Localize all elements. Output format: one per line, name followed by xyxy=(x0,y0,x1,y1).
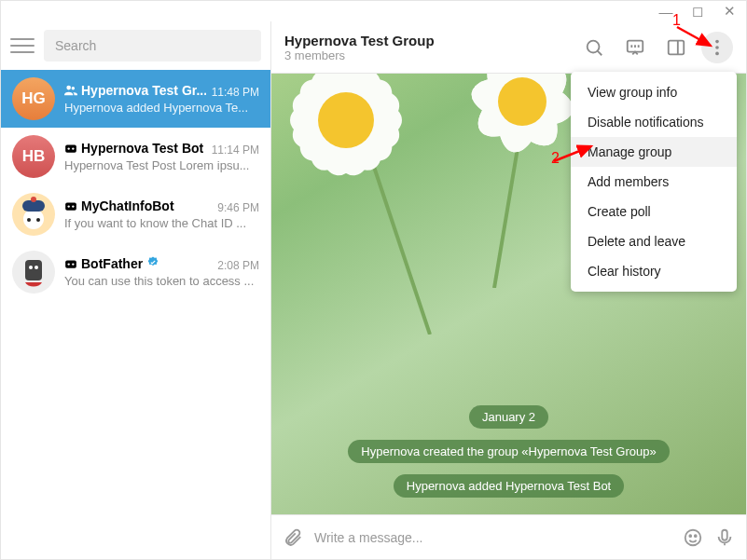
chat-time: 11:14 PM xyxy=(212,143,259,157)
search-in-chat-icon[interactable] xyxy=(578,32,610,63)
bot-icon xyxy=(64,200,77,212)
svg-point-10 xyxy=(68,205,70,207)
menu-disable-notifications[interactable]: Disable notifications xyxy=(571,107,737,137)
service-message: Hypernova added Hypernova Test Bot xyxy=(394,474,624,498)
verified-icon xyxy=(146,256,159,272)
svg-point-27 xyxy=(715,39,719,43)
svg-point-8 xyxy=(36,218,40,222)
service-message: Hypernova created the group «Hypernova T… xyxy=(348,440,669,463)
svg-line-20 xyxy=(598,50,602,55)
avatar xyxy=(12,251,55,294)
svg-rect-6 xyxy=(31,197,36,202)
chat-list: HG Hypernova Test Gr... 11:48 PM Hyper xyxy=(1,70,270,559)
svg-point-19 xyxy=(588,40,600,52)
chat-panel: Hypernova Test Group 3 members xyxy=(271,21,746,559)
svg-rect-16 xyxy=(65,261,76,268)
date-badge: January 2 xyxy=(469,405,548,429)
more-options-icon[interactable] xyxy=(701,32,733,63)
menu-add-members[interactable]: Add members xyxy=(571,167,737,197)
chat-item[interactable]: HG Hypernova Test Gr... 11:48 PM Hyper xyxy=(1,70,270,128)
bot-icon xyxy=(64,143,77,154)
svg-rect-25 xyxy=(669,40,685,54)
menu-view-group-info[interactable]: View group info xyxy=(571,77,737,107)
chat-preview: Hypernova Test Post Lorem ipsu... xyxy=(64,158,259,172)
window-titlebar: — ◻ ✕ xyxy=(1,1,746,21)
chat-header-title: Hypernova Test Group xyxy=(284,33,569,48)
svg-point-28 xyxy=(715,46,719,49)
svg-rect-9 xyxy=(65,203,76,211)
menu-icon[interactable] xyxy=(10,36,35,55)
svg-point-15 xyxy=(35,266,38,269)
svg-point-4 xyxy=(23,209,44,229)
chat-title: BotFather xyxy=(64,256,159,272)
chat-time: 2:08 PM xyxy=(217,259,259,272)
sidebar: HG Hypernova Test Gr... 11:48 PM Hyper xyxy=(1,21,271,559)
group-icon xyxy=(64,85,77,96)
svg-point-18 xyxy=(72,264,74,266)
bot-icon xyxy=(64,258,77,269)
svg-point-7 xyxy=(27,218,31,222)
chat-preview: Hypernova added Hypernova Te... xyxy=(64,101,259,115)
svg-point-1 xyxy=(68,147,70,149)
discussion-icon[interactable] xyxy=(619,32,651,63)
svg-point-51 xyxy=(685,529,701,545)
menu-delete-and-leave[interactable]: Delete and leave xyxy=(571,226,737,256)
svg-point-14 xyxy=(29,266,33,269)
svg-rect-13 xyxy=(25,260,42,280)
window-close-button[interactable]: ✕ xyxy=(722,3,737,20)
svg-point-52 xyxy=(689,535,691,537)
chat-time: 9:46 PM xyxy=(217,201,259,214)
svg-rect-0 xyxy=(65,145,76,153)
window-minimize-button[interactable]: — xyxy=(658,4,673,20)
avatar xyxy=(12,193,55,236)
menu-manage-group[interactable]: Manage group xyxy=(571,137,737,167)
svg-point-11 xyxy=(72,205,74,207)
svg-point-17 xyxy=(68,264,70,266)
message-input[interactable] xyxy=(314,530,671,545)
chat-title: Hypernova Test Bot xyxy=(64,141,203,156)
voice-icon[interactable] xyxy=(714,527,735,548)
chat-preview: If you want to know the Chat ID ... xyxy=(64,216,259,230)
svg-point-53 xyxy=(695,535,697,537)
chat-header-subtitle: 3 members xyxy=(284,48,569,62)
svg-point-50 xyxy=(498,77,546,126)
chat-item[interactable]: HB Hypernova Test Bot 11:14 PM Hyperno xyxy=(1,128,270,185)
chat-title: MyChatInfoBot xyxy=(64,198,174,213)
attach-icon[interactable] xyxy=(283,527,303,548)
emoji-icon[interactable] xyxy=(683,527,703,548)
avatar: HG xyxy=(12,77,55,120)
chat-item[interactable]: MyChatInfoBot 9:46 PM If you want to kno… xyxy=(1,185,270,243)
svg-rect-54 xyxy=(722,529,727,540)
side-panel-icon[interactable] xyxy=(660,32,692,63)
message-composer xyxy=(271,514,746,559)
chat-time: 11:48 PM xyxy=(212,86,259,99)
svg-point-29 xyxy=(715,51,719,55)
chat-title: Hypernova Test Gr... xyxy=(64,83,206,98)
chat-header: Hypernova Test Group 3 members xyxy=(271,21,746,74)
svg-point-2 xyxy=(72,147,74,149)
menu-create-poll[interactable]: Create poll xyxy=(571,197,737,226)
svg-point-40 xyxy=(318,92,374,148)
chat-options-menu: View group info Disable notifications Ma… xyxy=(571,72,737,292)
search-input-wrap[interactable] xyxy=(44,30,261,61)
chat-preview: You can use this token to access ... xyxy=(64,274,259,288)
chat-item[interactable]: BotFather 2:08 PM You can use this token… xyxy=(1,243,270,301)
avatar: HB xyxy=(12,135,55,178)
menu-clear-history[interactable]: Clear history xyxy=(571,256,737,286)
search-input[interactable] xyxy=(55,38,250,53)
window-maximize-button[interactable]: ◻ xyxy=(690,3,705,20)
